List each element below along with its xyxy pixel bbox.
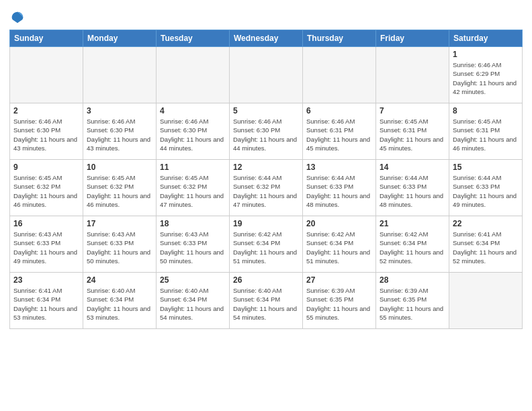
calendar-day-cell: 17Sunrise: 6:43 AM Sunset: 6:33 PM Dayli… (83, 216, 157, 273)
day-info: Sunrise: 6:40 AM Sunset: 6:34 PM Dayligh… (160, 286, 226, 322)
day-number: 13 (306, 163, 372, 172)
calendar-weekday-header: Wednesday (230, 30, 303, 47)
day-info: Sunrise: 6:45 AM Sunset: 6:32 PM Dayligh… (87, 173, 152, 209)
day-info: Sunrise: 6:42 AM Sunset: 6:34 PM Dayligh… (380, 230, 445, 265)
calendar-day-cell: 6Sunrise: 6:46 AM Sunset: 6:31 PM Daylig… (303, 103, 376, 160)
day-info: Sunrise: 6:40 AM Sunset: 6:34 PM Dayligh… (233, 286, 299, 322)
calendar-day-cell: 28Sunrise: 6:39 AM Sunset: 6:35 PM Dayli… (376, 273, 449, 329)
calendar-day-cell: 1Sunrise: 6:46 AM Sunset: 6:29 PM Daylig… (449, 47, 523, 103)
calendar-day-cell: 11Sunrise: 6:45 AM Sunset: 6:32 PM Dayli… (157, 160, 230, 216)
day-number: 19 (233, 219, 299, 228)
day-info: Sunrise: 6:44 AM Sunset: 6:33 PM Dayligh… (380, 173, 445, 209)
day-number: 24 (87, 275, 152, 285)
calendar-day-cell (10, 47, 83, 103)
calendar-weekday-header: Monday (83, 30, 157, 47)
day-info: Sunrise: 6:40 AM Sunset: 6:34 PM Dayligh… (87, 286, 152, 322)
calendar-table: SundayMondayTuesdayWednesdayThursdayFrid… (9, 30, 523, 329)
calendar-day-cell (376, 47, 449, 103)
calendar-day-cell (449, 273, 523, 329)
day-number: 26 (233, 275, 299, 285)
calendar-weekday-header: Saturday (449, 30, 523, 47)
day-number: 16 (13, 219, 79, 228)
day-number: 20 (306, 219, 372, 228)
day-number: 2 (13, 106, 79, 116)
calendar-weekday-header: Friday (376, 30, 449, 47)
day-info: Sunrise: 6:43 AM Sunset: 6:33 PM Dayligh… (13, 230, 79, 265)
calendar-day-cell: 3Sunrise: 6:46 AM Sunset: 6:30 PM Daylig… (83, 103, 157, 160)
calendar-day-cell: 7Sunrise: 6:45 AM Sunset: 6:31 PM Daylig… (376, 103, 449, 160)
calendar-week-row: 9Sunrise: 6:45 AM Sunset: 6:32 PM Daylig… (10, 160, 523, 216)
day-info: Sunrise: 6:46 AM Sunset: 6:29 PM Dayligh… (453, 60, 519, 96)
day-info: Sunrise: 6:45 AM Sunset: 6:32 PM Dayligh… (160, 173, 226, 209)
day-info: Sunrise: 6:46 AM Sunset: 6:30 PM Dayligh… (13, 117, 79, 152)
day-number: 4 (160, 106, 226, 116)
calendar-day-cell: 25Sunrise: 6:40 AM Sunset: 6:34 PM Dayli… (157, 273, 230, 329)
calendar-week-row: 2Sunrise: 6:46 AM Sunset: 6:30 PM Daylig… (10, 103, 523, 160)
calendar-day-cell: 19Sunrise: 6:42 AM Sunset: 6:34 PM Dayli… (230, 216, 303, 273)
calendar-day-cell: 22Sunrise: 6:41 AM Sunset: 6:34 PM Dayli… (449, 216, 523, 273)
day-number: 7 (380, 106, 445, 116)
calendar-day-cell: 2Sunrise: 6:46 AM Sunset: 6:30 PM Daylig… (10, 103, 83, 160)
day-info: Sunrise: 6:41 AM Sunset: 6:34 PM Dayligh… (13, 286, 79, 322)
calendar-week-row: 1Sunrise: 6:46 AM Sunset: 6:29 PM Daylig… (10, 47, 523, 103)
calendar-day-cell: 10Sunrise: 6:45 AM Sunset: 6:32 PM Dayli… (83, 160, 157, 216)
day-info: Sunrise: 6:43 AM Sunset: 6:33 PM Dayligh… (160, 230, 226, 265)
calendar-day-cell: 26Sunrise: 6:40 AM Sunset: 6:34 PM Dayli… (230, 273, 303, 329)
day-info: Sunrise: 6:39 AM Sunset: 6:35 PM Dayligh… (306, 286, 372, 322)
calendar-day-cell: 4Sunrise: 6:46 AM Sunset: 6:30 PM Daylig… (157, 103, 230, 160)
calendar-day-cell: 23Sunrise: 6:41 AM Sunset: 6:34 PM Dayli… (10, 273, 83, 329)
day-info: Sunrise: 6:44 AM Sunset: 6:32 PM Dayligh… (233, 173, 299, 209)
day-info: Sunrise: 6:41 AM Sunset: 6:34 PM Dayligh… (453, 230, 519, 265)
calendar-day-cell: 16Sunrise: 6:43 AM Sunset: 6:33 PM Dayli… (10, 216, 83, 273)
day-info: Sunrise: 6:45 AM Sunset: 6:31 PM Dayligh… (380, 117, 445, 152)
calendar-weekday-header: Thursday (303, 30, 376, 47)
day-info: Sunrise: 6:45 AM Sunset: 6:31 PM Dayligh… (453, 117, 519, 152)
calendar-week-row: 16Sunrise: 6:43 AM Sunset: 6:33 PM Dayli… (10, 216, 523, 273)
day-info: Sunrise: 6:46 AM Sunset: 6:30 PM Dayligh… (87, 117, 152, 152)
logo-icon (11, 11, 24, 24)
calendar-day-cell: 12Sunrise: 6:44 AM Sunset: 6:32 PM Dayli… (230, 160, 303, 216)
calendar-day-cell: 27Sunrise: 6:39 AM Sunset: 6:35 PM Dayli… (303, 273, 376, 329)
calendar-week-row: 23Sunrise: 6:41 AM Sunset: 6:34 PM Dayli… (10, 273, 523, 329)
day-number: 25 (160, 275, 226, 285)
day-number: 17 (87, 219, 152, 228)
logo (9, 9, 24, 24)
calendar-day-cell: 8Sunrise: 6:45 AM Sunset: 6:31 PM Daylig… (449, 103, 523, 160)
day-number: 3 (87, 106, 152, 116)
day-number: 1 (453, 50, 519, 59)
calendar-weekday-header: Sunday (10, 30, 83, 47)
calendar-day-cell (157, 47, 230, 103)
day-number: 23 (13, 275, 79, 285)
day-number: 11 (160, 163, 226, 172)
calendar-day-cell: 21Sunrise: 6:42 AM Sunset: 6:34 PM Dayli… (376, 216, 449, 273)
calendar-day-cell: 24Sunrise: 6:40 AM Sunset: 6:34 PM Dayli… (83, 273, 157, 329)
main-container: SundayMondayTuesdayWednesdayThursdayFrid… (0, 0, 532, 336)
day-info: Sunrise: 6:46 AM Sunset: 6:31 PM Dayligh… (306, 117, 372, 152)
calendar-day-cell: 13Sunrise: 6:44 AM Sunset: 6:33 PM Dayli… (303, 160, 376, 216)
day-number: 18 (160, 219, 226, 228)
day-info: Sunrise: 6:39 AM Sunset: 6:35 PM Dayligh… (380, 286, 445, 322)
day-number: 22 (453, 219, 519, 228)
header (9, 7, 523, 24)
calendar-header-row: SundayMondayTuesdayWednesdayThursdayFrid… (10, 30, 523, 47)
day-info: Sunrise: 6:44 AM Sunset: 6:33 PM Dayligh… (453, 173, 519, 209)
day-number: 21 (380, 219, 445, 228)
day-number: 6 (306, 106, 372, 116)
day-info: Sunrise: 6:42 AM Sunset: 6:34 PM Dayligh… (233, 230, 299, 265)
day-number: 15 (453, 163, 519, 172)
calendar-day-cell: 20Sunrise: 6:42 AM Sunset: 6:34 PM Dayli… (303, 216, 376, 273)
day-number: 9 (13, 163, 79, 172)
day-number: 12 (233, 163, 299, 172)
calendar-day-cell: 18Sunrise: 6:43 AM Sunset: 6:33 PM Dayli… (157, 216, 230, 273)
calendar-day-cell: 15Sunrise: 6:44 AM Sunset: 6:33 PM Dayli… (449, 160, 523, 216)
day-info: Sunrise: 6:44 AM Sunset: 6:33 PM Dayligh… (306, 173, 372, 209)
calendar-weekday-header: Tuesday (157, 30, 230, 47)
calendar-day-cell (230, 47, 303, 103)
day-number: 14 (380, 163, 445, 172)
day-number: 8 (453, 106, 519, 116)
calendar-day-cell (83, 47, 157, 103)
day-info: Sunrise: 6:46 AM Sunset: 6:30 PM Dayligh… (233, 117, 299, 152)
day-number: 5 (233, 106, 299, 116)
calendar-day-cell: 14Sunrise: 6:44 AM Sunset: 6:33 PM Dayli… (376, 160, 449, 216)
calendar-day-cell: 5Sunrise: 6:46 AM Sunset: 6:30 PM Daylig… (230, 103, 303, 160)
